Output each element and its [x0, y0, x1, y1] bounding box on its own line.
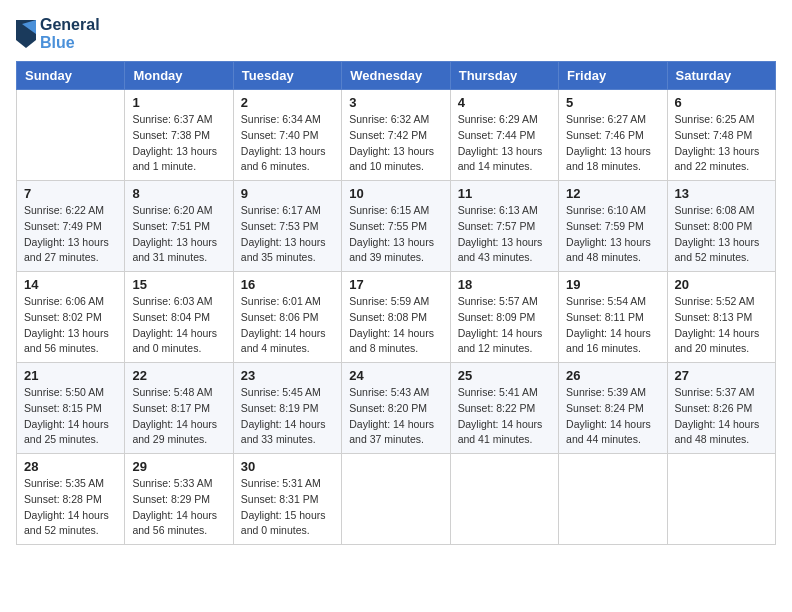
day-number: 3 [349, 95, 442, 110]
calendar-week-row: 7Sunrise: 6:22 AM Sunset: 7:49 PM Daylig… [17, 181, 776, 272]
calendar-cell: 3Sunrise: 6:32 AM Sunset: 7:42 PM Daylig… [342, 90, 450, 181]
day-info: Sunrise: 5:33 AM Sunset: 8:29 PM Dayligh… [132, 476, 225, 539]
day-number: 6 [675, 95, 768, 110]
calendar-cell [559, 454, 667, 545]
calendar-cell: 23Sunrise: 5:45 AM Sunset: 8:19 PM Dayli… [233, 363, 341, 454]
day-info: Sunrise: 6:29 AM Sunset: 7:44 PM Dayligh… [458, 112, 551, 175]
day-info: Sunrise: 6:20 AM Sunset: 7:51 PM Dayligh… [132, 203, 225, 266]
day-info: Sunrise: 5:52 AM Sunset: 8:13 PM Dayligh… [675, 294, 768, 357]
calendar-cell: 21Sunrise: 5:50 AM Sunset: 8:15 PM Dayli… [17, 363, 125, 454]
calendar-cell [17, 90, 125, 181]
day-info: Sunrise: 6:06 AM Sunset: 8:02 PM Dayligh… [24, 294, 117, 357]
day-number: 2 [241, 95, 334, 110]
day-info: Sunrise: 6:25 AM Sunset: 7:48 PM Dayligh… [675, 112, 768, 175]
calendar-cell: 2Sunrise: 6:34 AM Sunset: 7:40 PM Daylig… [233, 90, 341, 181]
calendar-cell: 25Sunrise: 5:41 AM Sunset: 8:22 PM Dayli… [450, 363, 558, 454]
logo-graphic [16, 20, 36, 48]
day-number: 19 [566, 277, 659, 292]
day-info: Sunrise: 6:13 AM Sunset: 7:57 PM Dayligh… [458, 203, 551, 266]
calendar-cell: 5Sunrise: 6:27 AM Sunset: 7:46 PM Daylig… [559, 90, 667, 181]
day-number: 10 [349, 186, 442, 201]
calendar-week-row: 28Sunrise: 5:35 AM Sunset: 8:28 PM Dayli… [17, 454, 776, 545]
day-number: 14 [24, 277, 117, 292]
day-number: 16 [241, 277, 334, 292]
calendar-cell: 4Sunrise: 6:29 AM Sunset: 7:44 PM Daylig… [450, 90, 558, 181]
weekday-header-thursday: Thursday [450, 62, 558, 90]
day-info: Sunrise: 5:48 AM Sunset: 8:17 PM Dayligh… [132, 385, 225, 448]
day-number: 7 [24, 186, 117, 201]
day-info: Sunrise: 6:15 AM Sunset: 7:55 PM Dayligh… [349, 203, 442, 266]
calendar-cell: 28Sunrise: 5:35 AM Sunset: 8:28 PM Dayli… [17, 454, 125, 545]
calendar-cell: 6Sunrise: 6:25 AM Sunset: 7:48 PM Daylig… [667, 90, 775, 181]
calendar-cell: 20Sunrise: 5:52 AM Sunset: 8:13 PM Dayli… [667, 272, 775, 363]
day-number: 17 [349, 277, 442, 292]
logo-container: General Blue [16, 16, 100, 51]
logo-blue: Blue [40, 34, 100, 52]
day-number: 4 [458, 95, 551, 110]
day-info: Sunrise: 6:01 AM Sunset: 8:06 PM Dayligh… [241, 294, 334, 357]
calendar-cell: 19Sunrise: 5:54 AM Sunset: 8:11 PM Dayli… [559, 272, 667, 363]
calendar-cell: 13Sunrise: 6:08 AM Sunset: 8:00 PM Dayli… [667, 181, 775, 272]
day-number: 28 [24, 459, 117, 474]
calendar-cell [450, 454, 558, 545]
calendar-cell [342, 454, 450, 545]
calendar-cell: 7Sunrise: 6:22 AM Sunset: 7:49 PM Daylig… [17, 181, 125, 272]
day-info: Sunrise: 6:22 AM Sunset: 7:49 PM Dayligh… [24, 203, 117, 266]
day-info: Sunrise: 6:37 AM Sunset: 7:38 PM Dayligh… [132, 112, 225, 175]
day-number: 27 [675, 368, 768, 383]
calendar-cell: 8Sunrise: 6:20 AM Sunset: 7:51 PM Daylig… [125, 181, 233, 272]
day-number: 15 [132, 277, 225, 292]
day-number: 5 [566, 95, 659, 110]
day-info: Sunrise: 5:50 AM Sunset: 8:15 PM Dayligh… [24, 385, 117, 448]
day-info: Sunrise: 5:41 AM Sunset: 8:22 PM Dayligh… [458, 385, 551, 448]
day-number: 20 [675, 277, 768, 292]
day-info: Sunrise: 5:39 AM Sunset: 8:24 PM Dayligh… [566, 385, 659, 448]
day-number: 18 [458, 277, 551, 292]
calendar-cell: 22Sunrise: 5:48 AM Sunset: 8:17 PM Dayli… [125, 363, 233, 454]
day-info: Sunrise: 5:43 AM Sunset: 8:20 PM Dayligh… [349, 385, 442, 448]
day-number: 12 [566, 186, 659, 201]
weekday-header-monday: Monday [125, 62, 233, 90]
day-info: Sunrise: 5:31 AM Sunset: 8:31 PM Dayligh… [241, 476, 334, 539]
calendar-cell: 30Sunrise: 5:31 AM Sunset: 8:31 PM Dayli… [233, 454, 341, 545]
calendar-header-row: SundayMondayTuesdayWednesdayThursdayFrid… [17, 62, 776, 90]
calendar-week-row: 1Sunrise: 6:37 AM Sunset: 7:38 PM Daylig… [17, 90, 776, 181]
day-info: Sunrise: 5:45 AM Sunset: 8:19 PM Dayligh… [241, 385, 334, 448]
calendar-week-row: 21Sunrise: 5:50 AM Sunset: 8:15 PM Dayli… [17, 363, 776, 454]
calendar-table: SundayMondayTuesdayWednesdayThursdayFrid… [16, 61, 776, 545]
weekday-header-sunday: Sunday [17, 62, 125, 90]
day-number: 25 [458, 368, 551, 383]
day-info: Sunrise: 6:08 AM Sunset: 8:00 PM Dayligh… [675, 203, 768, 266]
calendar-cell: 24Sunrise: 5:43 AM Sunset: 8:20 PM Dayli… [342, 363, 450, 454]
calendar-cell: 12Sunrise: 6:10 AM Sunset: 7:59 PM Dayli… [559, 181, 667, 272]
calendar-cell: 17Sunrise: 5:59 AM Sunset: 8:08 PM Dayli… [342, 272, 450, 363]
calendar-cell: 18Sunrise: 5:57 AM Sunset: 8:09 PM Dayli… [450, 272, 558, 363]
weekday-header-saturday: Saturday [667, 62, 775, 90]
day-info: Sunrise: 6:17 AM Sunset: 7:53 PM Dayligh… [241, 203, 334, 266]
weekday-header-wednesday: Wednesday [342, 62, 450, 90]
weekday-header-friday: Friday [559, 62, 667, 90]
day-number: 8 [132, 186, 225, 201]
day-number: 30 [241, 459, 334, 474]
day-number: 21 [24, 368, 117, 383]
day-number: 1 [132, 95, 225, 110]
page-header: General Blue [16, 16, 776, 51]
day-number: 9 [241, 186, 334, 201]
weekday-header-tuesday: Tuesday [233, 62, 341, 90]
calendar-cell: 26Sunrise: 5:39 AM Sunset: 8:24 PM Dayli… [559, 363, 667, 454]
calendar-cell: 27Sunrise: 5:37 AM Sunset: 8:26 PM Dayli… [667, 363, 775, 454]
day-number: 11 [458, 186, 551, 201]
day-number: 26 [566, 368, 659, 383]
calendar-cell: 1Sunrise: 6:37 AM Sunset: 7:38 PM Daylig… [125, 90, 233, 181]
day-number: 23 [241, 368, 334, 383]
day-number: 22 [132, 368, 225, 383]
calendar-cell: 15Sunrise: 6:03 AM Sunset: 8:04 PM Dayli… [125, 272, 233, 363]
calendar-cell: 16Sunrise: 6:01 AM Sunset: 8:06 PM Dayli… [233, 272, 341, 363]
logo: General Blue [16, 16, 100, 51]
day-number: 13 [675, 186, 768, 201]
day-info: Sunrise: 6:32 AM Sunset: 7:42 PM Dayligh… [349, 112, 442, 175]
day-info: Sunrise: 6:03 AM Sunset: 8:04 PM Dayligh… [132, 294, 225, 357]
calendar-cell: 9Sunrise: 6:17 AM Sunset: 7:53 PM Daylig… [233, 181, 341, 272]
calendar-week-row: 14Sunrise: 6:06 AM Sunset: 8:02 PM Dayli… [17, 272, 776, 363]
day-info: Sunrise: 5:54 AM Sunset: 8:11 PM Dayligh… [566, 294, 659, 357]
